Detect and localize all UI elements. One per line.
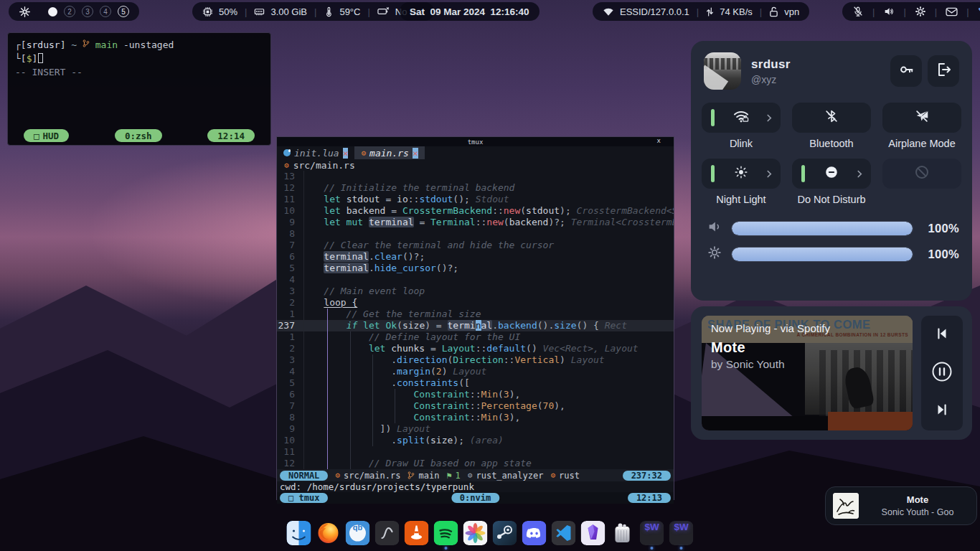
next-track-button[interactable] bbox=[934, 402, 950, 420]
previous-track-button[interactable] bbox=[934, 326, 950, 344]
sw2-icon[interactable]: $W bbox=[669, 521, 694, 545]
close-window-button[interactable]: x bbox=[657, 137, 661, 144]
dock-item-mpv[interactable] bbox=[375, 521, 400, 550]
tab-main-rs[interactable]: ⚙ main.rs × bbox=[354, 146, 424, 159]
workspace-indicators[interactable]: 2345 bbox=[48, 6, 129, 17]
dock-item-vlc[interactable] bbox=[405, 521, 429, 550]
toggle-do-not-disturb[interactable] bbox=[792, 159, 871, 189]
code-area[interactable]: 1312 // Initialize the terminal backend1… bbox=[277, 171, 674, 469]
vpn-label[interactable]: vpn bbox=[784, 6, 799, 17]
tmux-session-pill[interactable]: □ tmux bbox=[280, 493, 328, 503]
toggle-night-light[interactable] bbox=[702, 159, 781, 189]
user-handle: @xyz bbox=[751, 74, 791, 85]
mpv-icon[interactable] bbox=[375, 521, 400, 545]
speaker-icon[interactable] bbox=[883, 6, 895, 17]
logo-star-icon[interactable] bbox=[19, 6, 31, 18]
notification-toast[interactable]: Mote Sonic Youth - Goo bbox=[825, 486, 977, 525]
sun-icon bbox=[733, 164, 749, 183]
dock-item-sw2[interactable]: $W bbox=[669, 521, 694, 550]
album-art[interactable]: SHAPE OF PUNK TO COME A CHIMERICAL BOMBI… bbox=[702, 316, 913, 430]
dock-item-firefox[interactable] bbox=[316, 521, 341, 550]
clock[interactable]: Sat 09 Mar 2024 12:16:40 bbox=[400, 2, 540, 21]
toggle-dlink[interactable] bbox=[702, 103, 781, 133]
vlc-icon[interactable] bbox=[405, 521, 429, 545]
trash-icon[interactable] bbox=[611, 521, 635, 545]
logout-button[interactable] bbox=[928, 55, 959, 87]
tmux-window-pill[interactable]: 0:zsh bbox=[115, 129, 162, 142]
chevron-right-icon[interactable] bbox=[857, 169, 863, 179]
brightness-icon bbox=[707, 245, 722, 263]
close-tab-icon[interactable]: × bbox=[343, 148, 349, 159]
tmux-window-pill[interactable]: 0:nvim bbox=[451, 493, 499, 503]
code-line: 10 let backend = CrosstermBackend::new(s… bbox=[277, 205, 674, 217]
dock-item-obsidian[interactable] bbox=[581, 521, 606, 550]
dock-item-spotify[interactable] bbox=[434, 521, 458, 550]
close-tab-icon[interactable]: × bbox=[413, 148, 418, 159]
firefox-icon[interactable] bbox=[316, 521, 341, 545]
volume-slider[interactable] bbox=[731, 221, 913, 236]
statusline-file[interactable]: ⚙src/main.rs bbox=[335, 471, 400, 481]
chevron-down-icon[interactable] bbox=[978, 7, 980, 16]
toggle-bluetooth[interactable] bbox=[792, 103, 871, 133]
toggle-blocked[interactable] bbox=[882, 159, 961, 189]
pause-button[interactable] bbox=[931, 361, 953, 385]
avatar[interactable] bbox=[704, 52, 741, 90]
photos-icon[interactable] bbox=[463, 521, 488, 545]
code-line: 5 terminal.hide_cursor()?; bbox=[277, 263, 674, 274]
spotify-icon[interactable] bbox=[434, 521, 458, 545]
now-playing-caption: Now Playing - via Spotify bbox=[711, 322, 830, 334]
workspace-1[interactable] bbox=[48, 7, 57, 17]
chevron-right-icon[interactable] bbox=[766, 113, 773, 123]
keyring-button[interactable] bbox=[890, 55, 922, 87]
key-icon bbox=[897, 61, 915, 81]
tab-init-lua[interactable]: init.lua × bbox=[277, 146, 354, 159]
dock-item-vscode[interactable] bbox=[552, 521, 576, 550]
bufferline: init.lua × ⚙ main.rs × bbox=[277, 146, 674, 159]
dock: qb$W$W bbox=[287, 521, 694, 550]
window-titlebar[interactable]: tmux x bbox=[277, 137, 674, 146]
toggle-on-indicator bbox=[711, 165, 715, 182]
dock-item-sw1[interactable]: $W bbox=[640, 521, 664, 550]
dock-item-photos[interactable] bbox=[463, 521, 488, 550]
dock-item-trash[interactable] bbox=[611, 521, 635, 550]
brightness-slider[interactable] bbox=[731, 247, 913, 262]
microphone-muted-icon[interactable] bbox=[852, 6, 864, 17]
toggle-on-indicator bbox=[801, 165, 805, 182]
workspace-2[interactable]: 2 bbox=[64, 6, 75, 17]
workspace-4[interactable]: 4 bbox=[100, 6, 111, 17]
toggle-airplane-mode[interactable] bbox=[882, 103, 961, 133]
workspace-5[interactable]: 5 bbox=[118, 6, 129, 17]
essid[interactable]: ESSID/127.0.0.1 bbox=[620, 6, 689, 17]
editor-tmux-statusbar: □ tmux 0:nvim 12:13 bbox=[277, 492, 674, 504]
vscode-icon[interactable] bbox=[552, 521, 576, 545]
logout-icon bbox=[935, 61, 952, 81]
finder-icon[interactable] bbox=[287, 521, 311, 545]
filetype-indicator: ⚙rust bbox=[550, 471, 580, 481]
terminal-window[interactable]: ┌[srdusr] ~ main -unstaged └[$] -- INSER… bbox=[7, 32, 271, 146]
chevron-right-icon[interactable] bbox=[766, 169, 773, 179]
winbar-breadcrumb: ⚙ src/main.rs bbox=[277, 159, 674, 171]
volume-slider-row: 100% bbox=[691, 213, 972, 239]
network-pill: ESSID/127.0.0.1 | 74 KB/s | vpn bbox=[593, 2, 809, 21]
editor-window[interactable]: tmux x init.lua × ⚙ main.rs × ⚙ src/main… bbox=[276, 136, 674, 500]
dock-item-steam[interactable] bbox=[493, 521, 517, 550]
dock-item-qbittorrent[interactable]: qb bbox=[346, 521, 370, 550]
sw1-icon[interactable]: $W bbox=[640, 521, 664, 545]
dock-item-discord[interactable] bbox=[522, 521, 547, 550]
toggle-on-indicator bbox=[711, 109, 715, 126]
ram-usage: 3.00 GiB bbox=[270, 6, 307, 17]
tmux-clock-pill: 12:14 bbox=[207, 129, 255, 142]
workspace-3[interactable]: 3 bbox=[82, 6, 93, 17]
statusline-git-branch[interactable]: main bbox=[407, 471, 439, 481]
dnd-icon bbox=[824, 164, 839, 183]
quick-toggles-grid: DlinkBluetoothAirplane ModeNight LightDo… bbox=[691, 97, 972, 213]
steam-icon[interactable] bbox=[493, 521, 517, 545]
qbittorrent-icon[interactable]: qb bbox=[346, 521, 370, 545]
obsidian-icon[interactable] bbox=[581, 521, 606, 545]
mail-icon[interactable] bbox=[946, 7, 958, 17]
system-stats-pill: 50% | 3.00 GiB | 59°C | No Bat bbox=[192, 2, 434, 21]
settings-gear-icon[interactable] bbox=[915, 6, 926, 17]
discord-icon[interactable] bbox=[522, 521, 547, 545]
dock-item-finder[interactable] bbox=[287, 521, 311, 550]
tmux-session-pill[interactable]: □HUD bbox=[24, 129, 69, 142]
